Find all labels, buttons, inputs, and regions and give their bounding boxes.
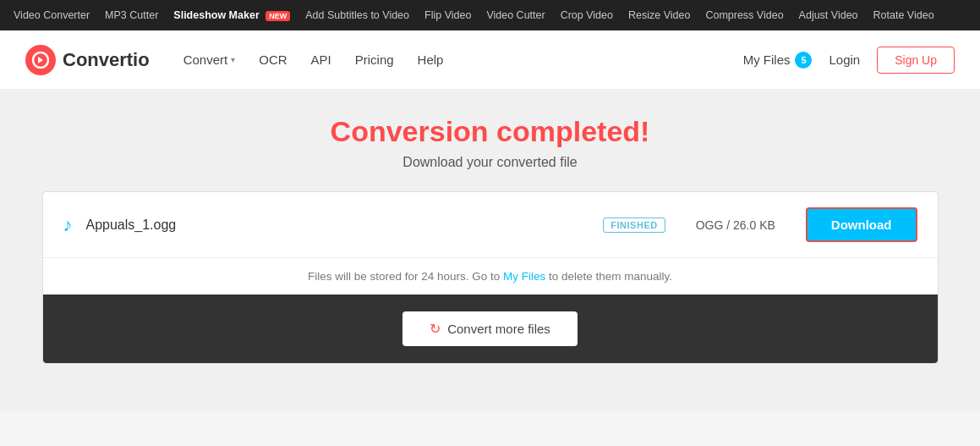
logo[interactable]: Convertio <box>25 45 150 75</box>
refresh-icon: ↻ <box>430 321 441 337</box>
file-name: Appuals_1.ogg <box>86 217 590 233</box>
notice-prefix: Files will be stored for 24 hours. Go to <box>308 270 503 283</box>
conversion-title: Conversion completed! <box>331 115 650 148</box>
header: Convertio Convert ▾ OCR API Pricing Help… <box>0 30 980 90</box>
top-toolbar: Video Converter MP3 Cutter Slideshow Mak… <box>0 0 980 30</box>
nav-convert[interactable]: Convert ▾ <box>183 52 236 67</box>
toolbar-crop-video[interactable]: Crop Video <box>561 9 613 21</box>
my-files-label: My Files <box>743 52 791 67</box>
toolbar-video-cutter[interactable]: Video Cutter <box>486 9 545 21</box>
conversion-subtitle: Download your converted file <box>402 155 577 170</box>
toolbar-rotate-video[interactable]: Rotate Video <box>873 9 934 21</box>
notice-suffix: to delete them manually. <box>545 270 672 283</box>
music-icon: ♪ <box>63 214 73 236</box>
nav-ocr[interactable]: OCR <box>259 52 287 67</box>
toolbar-flip-video[interactable]: Flip Video <box>424 9 471 21</box>
file-card: ♪ Appuals_1.ogg FINISHED OGG / 26.0 KB D… <box>42 191 939 364</box>
toolbar-add-subtitles[interactable]: Add Subtitles to Video <box>305 9 409 21</box>
file-row: ♪ Appuals_1.ogg FINISHED OGG / 26.0 KB D… <box>43 192 938 258</box>
files-count-badge: 5 <box>795 52 812 69</box>
signup-button[interactable]: Sign Up <box>877 47 955 74</box>
convert-more-label: Convert more files <box>447 322 550 336</box>
login-button[interactable]: Login <box>829 52 860 67</box>
main-nav: Convert ▾ OCR API Pricing Help <box>183 52 444 67</box>
download-button[interactable]: Download <box>806 207 917 242</box>
toolbar-mp3-cutter[interactable]: MP3 Cutter <box>105 9 158 21</box>
logo-icon <box>25 45 56 75</box>
finished-badge: FINISHED <box>603 217 665 233</box>
toolbar-adjust-video[interactable]: Adjust Video <box>799 9 858 21</box>
file-notice: Files will be stored for 24 hours. Go to… <box>43 258 938 295</box>
convert-more-bar: ↻ Convert more files <box>43 295 938 363</box>
new-badge: NEW <box>266 11 290 21</box>
toolbar-compress-video[interactable]: Compress Video <box>705 9 783 21</box>
nav-help[interactable]: Help <box>418 52 444 67</box>
header-left: Convertio Convert ▾ OCR API Pricing Help <box>25 45 443 75</box>
toolbar-video-converter[interactable]: Video Converter <box>14 9 90 21</box>
my-files-link[interactable]: My Files <box>503 270 545 283</box>
chevron-down-icon: ▾ <box>231 55 235 64</box>
nav-pricing[interactable]: Pricing <box>355 52 394 67</box>
logo-text: Convertio <box>63 49 150 71</box>
toolbar-slideshow-maker[interactable]: Slideshow Maker NEW <box>173 9 290 21</box>
toolbar-resize-video[interactable]: Resize Video <box>628 9 690 21</box>
nav-api[interactable]: API <box>311 52 331 67</box>
main-content: Conversion completed! Download your conv… <box>0 90 980 411</box>
header-right: My Files 5 Login Sign Up <box>743 47 955 74</box>
file-info: OGG / 26.0 KB <box>696 218 775 232</box>
convert-more-button[interactable]: ↻ Convert more files <box>402 311 578 346</box>
my-files-button[interactable]: My Files 5 <box>743 52 813 69</box>
